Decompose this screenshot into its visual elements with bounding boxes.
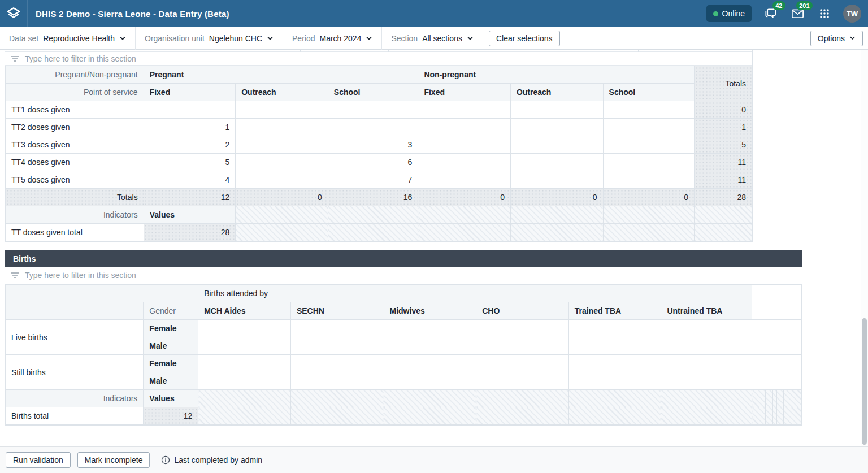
data-entry-cell[interactable] xyxy=(384,320,476,337)
data-entry-cell[interactable] xyxy=(661,355,752,372)
disabled-cell xyxy=(752,390,802,407)
data-entry-cell[interactable] xyxy=(603,136,695,154)
table-row: TT2 doses given 1 1 xyxy=(6,119,752,136)
data-entry-cell[interactable] xyxy=(476,320,569,337)
section-selector[interactable]: Section All sections xyxy=(382,27,483,49)
data-entry-cell[interactable] xyxy=(198,372,291,390)
data-entry-cell[interactable] xyxy=(661,372,752,390)
row-label: TT1 doses given xyxy=(6,101,144,119)
data-entry-cell[interactable] xyxy=(418,154,511,171)
section-filter-input[interactable]: Type here to filter in this section xyxy=(5,52,752,66)
data-entry-cell[interactable] xyxy=(568,320,661,337)
app-title: DHIS 2 Demo - Sierra Leone - Data Entry … xyxy=(36,9,229,19)
indicator-value-cell: 28 xyxy=(144,224,236,241)
spacer-cell xyxy=(752,372,802,390)
disabled-cell xyxy=(290,390,384,407)
row-total-cell: 5 xyxy=(695,136,752,154)
data-set-selector[interactable]: Data set Reproductive Health xyxy=(0,27,135,49)
data-entry-cell[interactable] xyxy=(568,372,661,390)
data-entry-cell[interactable] xyxy=(568,355,661,372)
column-group-pregnant: Pregnant xyxy=(144,66,418,84)
data-entry-cell[interactable] xyxy=(603,171,695,189)
births-section-title: Births xyxy=(13,254,36,263)
data-entry-cell[interactable] xyxy=(476,337,569,355)
data-entry-cell[interactable] xyxy=(198,355,291,372)
data-entry-cell[interactable] xyxy=(236,119,328,136)
data-entry-cell[interactable] xyxy=(418,171,511,189)
data-entry-cell[interactable] xyxy=(290,320,384,337)
data-entry-cell[interactable] xyxy=(384,355,476,372)
gender-row-label: Male xyxy=(144,337,198,355)
tt-doses-table: Pregnant/Non-pregnant Pregnant Non-pregn… xyxy=(5,66,752,241)
info-icon xyxy=(161,455,170,465)
totals-row: Totals 12 0 16 0 0 0 28 xyxy=(6,189,752,206)
scrollbar-thumb[interactable] xyxy=(862,318,867,445)
data-entry-cell[interactable] xyxy=(144,101,236,119)
disabled-cell xyxy=(418,224,511,241)
data-entry-cell[interactable] xyxy=(198,337,291,355)
gender-row-label: Male xyxy=(144,372,198,390)
column-header: CHO xyxy=(476,302,569,320)
data-entry-cell[interactable]: 7 xyxy=(328,171,418,189)
interpretations-button[interactable]: 42 xyxy=(762,5,779,22)
data-entry-cell[interactable]: 4 xyxy=(144,171,236,189)
data-entry-cell[interactable] xyxy=(290,337,384,355)
indicator-label: Births total xyxy=(6,407,144,425)
data-entry-cell[interactable] xyxy=(236,154,328,171)
section-filter-input[interactable]: Type here to filter in this section xyxy=(5,267,802,284)
column-group-births-attended: Births attended by xyxy=(198,285,752,302)
indicator-label: TT doses given total xyxy=(6,224,144,241)
messages-badge: 201 xyxy=(796,1,813,10)
data-entry-cell[interactable] xyxy=(603,119,695,136)
data-entry-cell[interactable] xyxy=(236,101,328,119)
data-entry-cell[interactable] xyxy=(510,136,603,154)
data-entry-cell[interactable] xyxy=(510,171,603,189)
scrollbar-track[interactable] xyxy=(861,50,868,446)
section-tt-doses: Type here to filter in this section Preg… xyxy=(5,50,753,242)
data-entry-cell[interactable] xyxy=(290,355,384,372)
data-entry-cell[interactable] xyxy=(328,101,418,119)
data-entry-cell[interactable] xyxy=(418,101,511,119)
data-entry-cell[interactable] xyxy=(236,136,328,154)
data-entry-cell[interactable] xyxy=(198,320,291,337)
data-entry-cell[interactable] xyxy=(418,136,511,154)
data-entry-cell[interactable] xyxy=(384,372,476,390)
data-entry-cell[interactable] xyxy=(510,119,603,136)
data-entry-cell[interactable] xyxy=(661,320,752,337)
period-selector[interactable]: Period March 2024 xyxy=(283,27,381,49)
table-row: Still births Female xyxy=(6,355,802,372)
mark-incomplete-button[interactable]: Mark incomplete xyxy=(77,452,150,468)
bottom-action-bar: Run validation Mark incomplete Last comp… xyxy=(0,446,868,473)
data-entry-cell[interactable] xyxy=(418,119,511,136)
data-entry-cell[interactable] xyxy=(510,154,603,171)
data-entry-cell[interactable] xyxy=(476,372,569,390)
messages-button[interactable]: 201 xyxy=(789,5,806,22)
disabled-cell xyxy=(290,407,384,425)
data-entry-cell[interactable] xyxy=(568,337,661,355)
data-entry-cell[interactable] xyxy=(603,101,695,119)
org-unit-selector[interactable]: Organisation unit Ngelehun CHC xyxy=(136,27,283,49)
data-entry-cell[interactable] xyxy=(661,337,752,355)
data-entry-cell[interactable]: 3 xyxy=(328,136,418,154)
apps-menu-button[interactable] xyxy=(816,5,833,22)
column-header: Outreach xyxy=(236,84,328,101)
options-button[interactable]: Options xyxy=(810,31,863,46)
data-entry-cell[interactable]: 1 xyxy=(144,119,236,136)
clear-selections-button[interactable]: Clear selections xyxy=(489,31,560,46)
column-header: School xyxy=(603,84,695,101)
data-entry-cell[interactable] xyxy=(603,154,695,171)
data-entry-cell[interactable] xyxy=(236,171,328,189)
data-entry-cell[interactable]: 6 xyxy=(328,154,418,171)
data-entry-cell[interactable]: 2 xyxy=(144,136,236,154)
data-entry-cell[interactable] xyxy=(384,337,476,355)
avatar[interactable]: TW xyxy=(843,5,861,23)
table-row: Live births Female xyxy=(6,320,802,337)
run-validation-button[interactable]: Run validation xyxy=(6,452,71,468)
data-entry-cell[interactable] xyxy=(510,101,603,119)
dhis2-logo[interactable] xyxy=(0,0,28,27)
data-entry-cell[interactable] xyxy=(476,355,569,372)
data-entry-cell[interactable] xyxy=(328,119,418,136)
online-status[interactable]: Online xyxy=(706,5,752,22)
data-entry-cell[interactable] xyxy=(290,372,384,390)
data-entry-cell[interactable]: 5 xyxy=(144,154,236,171)
